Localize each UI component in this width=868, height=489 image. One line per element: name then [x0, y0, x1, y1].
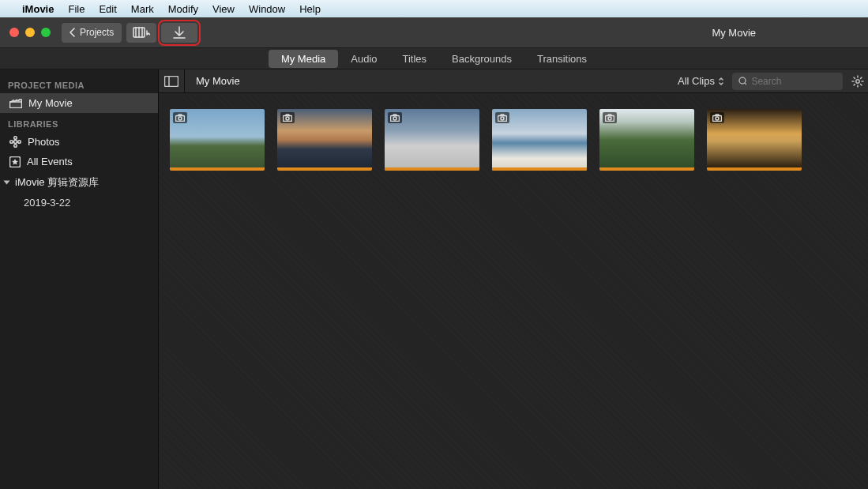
- photo-badge: [173, 112, 187, 123]
- browser-settings-button[interactable]: [847, 75, 868, 88]
- sidebar: PROJECT MEDIA My Movie LIBRARIES Photos …: [0, 70, 159, 489]
- browser-header: My Movie All Clips: [159, 70, 868, 93]
- tab-backgrounds[interactable]: Backgrounds: [439, 50, 524, 68]
- svg-point-22: [178, 117, 182, 120]
- sidebar-panel-icon: [164, 76, 178, 87]
- menu-help[interactable]: Help: [299, 3, 321, 15]
- svg-point-13: [10, 141, 13, 144]
- sidebar-item-photos[interactable]: Photos: [0, 132, 158, 152]
- svg-point-32: [716, 117, 719, 120]
- photo-badge: [280, 112, 295, 123]
- clip-thumbnail[interactable]: [277, 109, 372, 171]
- filmstrip-icon: [133, 27, 150, 38]
- clip-filter-dropdown[interactable]: All Clips: [670, 75, 732, 87]
- clips-grid: [159, 93, 868, 489]
- svg-point-26: [393, 117, 396, 120]
- main-area: PROJECT MEDIA My Movie LIBRARIES Photos …: [0, 70, 868, 489]
- clip-used-indicator: [492, 167, 587, 171]
- sidebar-item-all-events[interactable]: All Events: [0, 152, 158, 171]
- sidebar-item-label: iMovie 剪辑资源库: [15, 175, 99, 190]
- photo-badge: [710, 112, 724, 123]
- sidebar-item-event[interactable]: 2019-3-22: [0, 194, 158, 212]
- clip-used-indicator: [170, 167, 265, 171]
- svg-line-19: [745, 83, 746, 85]
- sidebar-item-label: Photos: [28, 136, 59, 148]
- breadcrumb[interactable]: My Movie: [184, 70, 251, 92]
- svg-point-14: [18, 141, 21, 144]
- clip-used-indicator: [277, 167, 372, 171]
- menu-view[interactable]: View: [212, 3, 235, 15]
- back-to-projects-button[interactable]: Projects: [62, 23, 122, 43]
- photo-badge: [603, 112, 617, 123]
- gear-icon: [851, 75, 864, 88]
- updown-chevron-icon: [718, 77, 724, 86]
- star-icon: [9, 156, 21, 167]
- import-arrow-down-icon: [172, 26, 186, 39]
- search-input[interactable]: [751, 76, 836, 87]
- menu-file[interactable]: File: [68, 3, 85, 15]
- svg-point-12: [14, 145, 17, 148]
- menu-window[interactable]: Window: [249, 3, 285, 15]
- sidebar-item-label: All Events: [27, 156, 73, 167]
- minimize-window-button[interactable]: [25, 28, 35, 37]
- sidebar-item-project-media[interactable]: My Movie: [0, 93, 158, 113]
- sidebar-section-libraries: LIBRARIES: [0, 113, 158, 132]
- svg-point-20: [856, 79, 859, 82]
- svg-rect-6: [10, 102, 22, 108]
- svg-point-30: [608, 117, 611, 120]
- camera-icon: [283, 114, 292, 122]
- macos-menubar: iMovie File Edit Mark Modify View Window…: [0, 0, 868, 17]
- app-menu[interactable]: iMovie: [22, 3, 54, 15]
- tab-transitions[interactable]: Transitions: [524, 50, 599, 68]
- search-icon: [738, 77, 746, 86]
- camera-icon: [712, 114, 722, 122]
- clip-thumbnail[interactable]: [707, 109, 802, 171]
- sidebar-section-project-media: PROJECT MEDIA: [0, 74, 158, 93]
- fullscreen-window-button[interactable]: [41, 28, 51, 37]
- import-media-button[interactable]: [161, 23, 197, 43]
- chevron-left-icon: [70, 28, 76, 37]
- clip-thumbnail[interactable]: [492, 109, 587, 171]
- menu-modify[interactable]: Modify: [168, 3, 198, 15]
- library-list-toggle-button[interactable]: [126, 23, 156, 43]
- clip-thumbnail[interactable]: [170, 109, 265, 171]
- photo-badge: [388, 112, 402, 123]
- traffic-lights: [9, 28, 51, 37]
- tab-titles[interactable]: Titles: [390, 50, 440, 68]
- clip-used-indicator: [707, 167, 802, 171]
- sidebar-item-library[interactable]: iMovie 剪辑资源库: [0, 171, 158, 194]
- clip-thumbnail[interactable]: [385, 109, 479, 171]
- menu-mark[interactable]: Mark: [131, 3, 154, 15]
- sidebar-toggle-button[interactable]: [159, 76, 184, 87]
- content-area: My Movie All Clips: [159, 70, 868, 489]
- sidebar-item-label: My Movie: [28, 97, 73, 109]
- camera-icon: [605, 114, 614, 122]
- window-toolbar: Projects My Movie: [0, 17, 868, 47]
- tab-my-media[interactable]: My Media: [269, 50, 338, 68]
- camera-icon: [390, 114, 400, 122]
- media-tabs: My Media Audio Titles Backgrounds Transi…: [0, 47, 868, 70]
- svg-point-10: [14, 141, 17, 144]
- menu-edit[interactable]: Edit: [99, 3, 116, 15]
- projects-label: Projects: [80, 27, 114, 38]
- camera-icon: [498, 114, 507, 122]
- filter-label: All Clips: [678, 75, 715, 87]
- svg-point-24: [286, 117, 289, 120]
- svg-rect-16: [165, 76, 178, 86]
- clip-used-indicator: [599, 167, 694, 171]
- clip-thumbnail[interactable]: [599, 109, 694, 171]
- camera-icon: [175, 114, 185, 122]
- svg-point-28: [501, 117, 504, 120]
- close-window-button[interactable]: [9, 28, 19, 37]
- search-field[interactable]: [732, 73, 843, 90]
- svg-point-11: [14, 137, 17, 140]
- tab-audio[interactable]: Audio: [338, 50, 389, 68]
- clip-used-indicator: [385, 167, 479, 171]
- photo-badge: [495, 112, 509, 123]
- photos-flower-icon: [9, 136, 21, 148]
- clapperboard-icon: [9, 99, 22, 108]
- disclosure-triangle-icon[interactable]: [4, 181, 10, 185]
- window-title: My Movie: [712, 27, 859, 39]
